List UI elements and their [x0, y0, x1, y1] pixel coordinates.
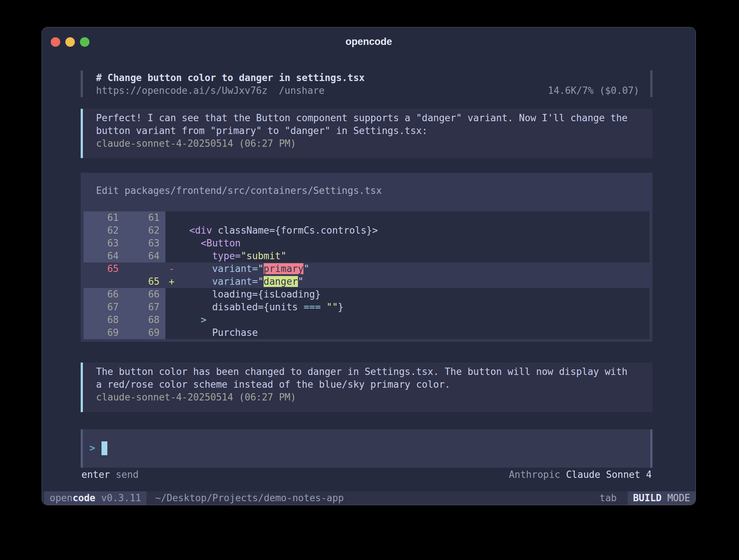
header-left-bar — [81, 70, 83, 97]
code-token: primary — [264, 263, 304, 274]
code-token — [321, 302, 326, 312]
opencode-window: opencode # Change button color to danger… — [42, 27, 696, 505]
line-number-old: 69 — [84, 326, 125, 339]
code-token — [178, 263, 212, 274]
code-line: disabled={units === ""} — [178, 301, 650, 314]
code-token — [178, 250, 212, 261]
code-token: loading={isLoading} — [178, 289, 321, 300]
diff-marker — [165, 211, 178, 224]
message-accent-bar — [81, 363, 83, 412]
code-token: disabled={units — [178, 302, 303, 312]
code-line: <Button — [178, 237, 650, 250]
app-version: v0.3.11 — [101, 492, 141, 503]
code-line: variant="primary" — [178, 262, 650, 275]
message-text-line: Perfect! I can see that the Button compo… — [96, 112, 628, 124]
code-token: > — [201, 314, 207, 325]
code-token: type= — [212, 250, 241, 261]
unshare-command[interactable]: /unshare — [279, 85, 325, 96]
line-number-old: 63 — [84, 237, 125, 250]
message-text-line: button variant from "primary" to "danger… — [96, 124, 428, 137]
code-token: <div — [189, 225, 212, 236]
diff-row: 6464 type="submit" — [84, 250, 650, 262]
code-token — [178, 276, 212, 287]
line-number-old: 67 — [84, 301, 125, 314]
diff-marker — [165, 237, 178, 250]
message-meta: claude-sonnet-4-20250514 (06:27 PM) — [96, 137, 296, 150]
code-token: "" — [326, 302, 338, 312]
code-line: > — [178, 314, 650, 326]
diff-marker: - — [165, 262, 178, 275]
line-number-new: 63 — [125, 237, 165, 250]
line-number-new: 64 — [125, 250, 165, 262]
line-number-new: 67 — [125, 301, 165, 314]
code-token — [178, 238, 201, 249]
hint-enter-action: send — [116, 469, 139, 480]
line-number-new: 62 — [125, 224, 165, 237]
diff-marker: + — [165, 275, 178, 288]
diff-marker — [165, 250, 178, 262]
line-number-old: 64 — [84, 250, 125, 262]
mode-badge: BUILD MODE — [628, 491, 696, 505]
input-left-bar — [81, 429, 83, 468]
diff-row: 6868 > — [84, 314, 650, 326]
diff-row: 6161 — [84, 211, 650, 224]
line-number-old: 65 — [84, 262, 125, 275]
code-token: " — [303, 263, 309, 274]
session-url-line: https://opencode.ai/s/UwJxv76z/unshare — [96, 84, 325, 97]
line-number-old: 66 — [84, 288, 125, 301]
code-line — [178, 211, 650, 224]
diff-marker — [165, 326, 178, 339]
session-share-url[interactable]: https://opencode.ai/s/UwJxv76z — [96, 85, 268, 96]
token-usage: 14.6K/7% ($0.07) — [548, 84, 639, 97]
code-token — [178, 314, 201, 325]
provider-label: Anthropic — [509, 469, 560, 480]
keybind-hint: enter send — [81, 468, 139, 481]
code-token: className={formCs.controls}> — [212, 225, 378, 236]
app-name-suffix: code — [73, 492, 96, 503]
code-line: <div className={formCs.controls}> — [178, 224, 650, 237]
line-number-new — [125, 262, 165, 275]
diff-row: 6262 <div className={formCs.controls}> — [84, 224, 650, 237]
code-line: Purchase — [178, 326, 650, 339]
code-line: variant="danger" — [178, 275, 650, 288]
desktop: { "window": { "title": "opencode" }, "he… — [0, 0, 739, 560]
diff-row: 6969 Purchase — [84, 326, 650, 339]
line-number-new: 66 — [125, 288, 165, 301]
message-accent-bar — [81, 109, 83, 158]
code-token: " — [298, 276, 304, 287]
model-indicator: Anthropic Claude Sonnet 4 — [509, 468, 652, 481]
edit-tool-block: Edit packages/frontend/src/containers/Se… — [81, 173, 652, 342]
diff-marker — [165, 288, 178, 301]
assistant-message: The button color has been changed to dan… — [81, 363, 652, 412]
text-cursor — [102, 441, 107, 455]
code-token: Purchase — [178, 327, 258, 338]
line-number-old: 68 — [84, 314, 125, 326]
diff-rows: 6161 6262 <div className={formCs.control… — [84, 211, 650, 339]
session-title: # Change button color to danger in setti… — [96, 72, 365, 84]
prompt-input[interactable]: > — [81, 429, 652, 468]
code-token: danger — [264, 276, 298, 287]
header-right-bar — [650, 70, 652, 97]
project-path: ~/Desktop/Projects/demo-notes-app — [155, 491, 344, 505]
code-line: type="submit" — [178, 250, 650, 262]
code-token: } — [338, 302, 344, 312]
code-token: " — [258, 263, 264, 274]
mode-suffix: MODE — [667, 492, 690, 503]
edit-tool-title: Edit packages/frontend/src/containers/Se… — [96, 184, 382, 197]
code-token: " — [258, 276, 264, 287]
diff-row: 65- variant="primary" — [84, 262, 650, 275]
window-title: opencode — [42, 36, 696, 47]
diff-marker — [165, 314, 178, 326]
line-number-new: 69 — [125, 326, 165, 339]
diff-marker — [165, 224, 178, 237]
tab-hint: tab — [600, 491, 617, 505]
input-right-bar — [650, 429, 652, 468]
line-number-old: 61 — [84, 211, 125, 224]
line-number-new: 68 — [125, 314, 165, 326]
code-line: loading={isLoading} — [178, 288, 650, 301]
diff-row: 6363 <Button — [84, 237, 650, 250]
app-badge: opencode v0.3.11 — [44, 491, 146, 505]
line-number-old — [84, 275, 125, 288]
code-token: === — [303, 302, 321, 312]
app-name-prefix: open — [50, 492, 73, 503]
